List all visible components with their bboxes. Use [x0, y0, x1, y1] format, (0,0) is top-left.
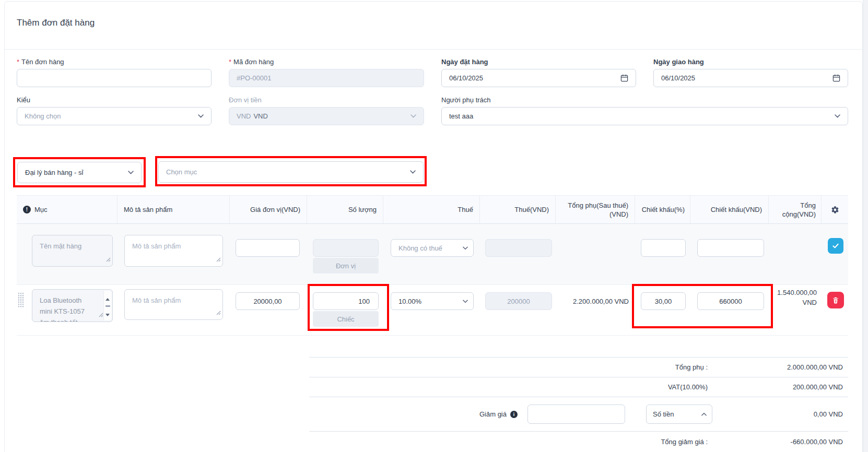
- summary-total-discount-value: -660.000,00 VND: [712, 438, 848, 446]
- currency-label: Đơn vị tiền: [229, 96, 262, 104]
- header-actions: [821, 195, 848, 224]
- new-item-description-textarea[interactable]: Mô tả sản phẩm: [124, 235, 223, 267]
- scrollbar-thumb[interactable]: [105, 305, 110, 307]
- scroll-up-icon[interactable]: [105, 293, 110, 304]
- new-item-discount-vnd-input[interactable]: [697, 239, 764, 257]
- type-select[interactable]: Không chọn: [17, 107, 212, 125]
- new-item-discount-pct-input[interactable]: [641, 239, 686, 257]
- product-tax-vnd-input[interactable]: 200000: [485, 292, 552, 310]
- header-tax-vnd: Thuế(VND): [479, 195, 555, 224]
- annotation-box-item-picker: [155, 156, 427, 186]
- required-asterisk: *: [229, 58, 231, 66]
- purchase-order-page: Thêm đơn đặt hàng *Tên đơn hàng *Mã đơn …: [0, 0, 868, 452]
- scroll-down-icon[interactable]: [105, 308, 110, 319]
- new-item-name-textarea[interactable]: Tên mặt hàng: [32, 235, 113, 267]
- header-quantity: Số lượng: [307, 195, 383, 224]
- summary-total-discount-label: Tổng giảm giá :: [309, 438, 712, 446]
- new-item-tax-vnd-input[interactable]: [485, 239, 552, 257]
- product-name-textarea[interactable]: Loa Bluetooth mini KTS-1057 âm thanh tốt: [32, 289, 113, 322]
- discount-type-select[interactable]: Số tiền: [646, 405, 712, 424]
- type-label: Kiểu: [17, 96, 30, 104]
- product-description-textarea[interactable]: Mô tả sản phẩm: [124, 289, 223, 320]
- product-subtotal-value: 2.200.000,00 VND: [555, 292, 629, 310]
- product-tax-select[interactable]: 10.00%: [391, 292, 474, 310]
- chevron-down-icon: [463, 300, 468, 303]
- summary-discount-row: Giảm giá i Số tiền 0,00 VND: [309, 397, 848, 431]
- resize-handle-icon[interactable]: [216, 307, 221, 318]
- new-item-unit-price-input[interactable]: [236, 239, 300, 257]
- new-item-quantity-input[interactable]: [313, 239, 379, 257]
- textarea-scrollbar[interactable]: [103, 291, 111, 320]
- calendar-icon[interactable]: [832, 74, 840, 82]
- title-divider: [5, 49, 862, 50]
- header-discount-vnd: Chiết khấu(VND): [690, 195, 768, 224]
- trash-icon: [832, 296, 839, 304]
- gear-icon[interactable]: [831, 206, 839, 214]
- resize-handle-icon[interactable]: [106, 254, 111, 265]
- drag-handle-icon[interactable]: [18, 292, 24, 308]
- new-item-tax-select[interactable]: Không có thuế: [391, 239, 474, 257]
- summary-discount-value: 0,00 VND: [712, 410, 848, 418]
- order-date-label: Ngày đặt hàng: [441, 58, 488, 66]
- summary-discount-label: Giảm giá: [479, 410, 507, 418]
- chevron-up-icon: [701, 412, 707, 416]
- info-icon[interactable]: i: [510, 411, 518, 418]
- annotation-box-quantity: [308, 284, 389, 331]
- chevron-down-icon: [410, 114, 416, 118]
- order-code-input[interactable]: #PO-00001: [229, 69, 424, 87]
- order-date-input[interactable]: 06/10/2025: [441, 69, 636, 87]
- page-scrollbar[interactable]: [863, 0, 868, 452]
- chevron-down-icon: [198, 114, 204, 118]
- assignee-label: Người phụ trách: [441, 96, 491, 104]
- check-icon: [832, 242, 839, 249]
- header-tax: Thuế: [383, 195, 479, 224]
- confirm-row-button[interactable]: [828, 238, 843, 254]
- delete-row-button[interactable]: [827, 292, 844, 308]
- header-total: Tổng cộng(VND): [768, 195, 821, 224]
- alert-icon: !: [23, 206, 31, 213]
- summary-subtotal-value: 2.000.000,00 VND: [712, 363, 848, 371]
- assignee-select[interactable]: test aaa: [441, 107, 848, 125]
- chevron-down-icon: [835, 114, 840, 118]
- product-unit-price-input[interactable]: 20000,00: [236, 292, 300, 310]
- new-item-unit-label: Đơn vị: [313, 258, 379, 273]
- resize-handle-icon[interactable]: [99, 310, 103, 320]
- delivery-date-input[interactable]: 06/10/2025: [653, 69, 848, 87]
- summary-discount-label-wrap: Giảm giá i: [479, 410, 518, 418]
- header-item: ! Mục: [17, 195, 117, 224]
- header-description: Mô tả sản phẩm: [117, 195, 229, 224]
- summary-subtotal-row: Tổng phụ : 2.000.000,00 VND: [309, 357, 848, 377]
- summary-vat-label: VAT(10.00%): [309, 383, 712, 391]
- summary-vat-row: VAT(10.00%) 200.000,00 VND: [309, 377, 848, 397]
- summary-total-discount-row: Tổng giảm giá : -660.000,00 VND: [309, 431, 848, 452]
- order-code-label: *Mã đơn hàng: [229, 58, 274, 66]
- chevron-down-icon: [463, 246, 468, 250]
- header-discount-pct: Chiết khấu(%): [635, 195, 690, 224]
- required-asterisk: *: [17, 58, 19, 66]
- summary-subtotal-label: Tổng phụ :: [309, 363, 712, 371]
- discount-amount-input[interactable]: [527, 405, 625, 424]
- order-name-input[interactable]: [17, 69, 212, 87]
- header-unit-price: Giá đơn vị(VND): [229, 195, 307, 224]
- calendar-icon[interactable]: [620, 74, 628, 82]
- annotation-box-price-group: [13, 157, 146, 187]
- annotation-box-discount: [632, 284, 773, 328]
- page-title: Thêm đơn đặt hàng: [17, 18, 95, 28]
- delivery-date-label: Ngày giao hàng: [653, 58, 704, 66]
- order-name-label: *Tên đơn hàng: [17, 58, 64, 66]
- product-total-value: 1.540.000,00 VND: [768, 288, 817, 307]
- header-subtotal: Tổng phụ(Sau thuế) (VND): [555, 195, 635, 224]
- resize-handle-icon[interactable]: [216, 254, 221, 265]
- summary-vat-value: 200.000,00 VND: [712, 383, 848, 391]
- currency-select[interactable]: VND VND: [229, 107, 424, 125]
